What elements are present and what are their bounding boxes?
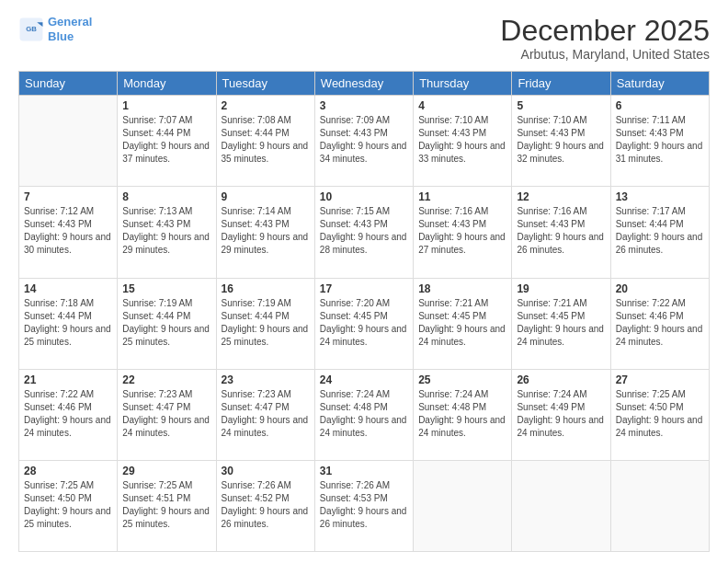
day-detail: Sunrise: 7:26 AM Sunset: 4:52 PM Dayligh… xyxy=(222,479,310,531)
logo-line2: Blue xyxy=(48,29,74,43)
day-detail: Sunrise: 7:24 AM Sunset: 4:48 PM Dayligh… xyxy=(418,388,506,440)
day-detail: Sunrise: 7:22 AM Sunset: 4:46 PM Dayligh… xyxy=(616,297,704,349)
col-friday: Friday xyxy=(512,72,610,96)
day-detail: Sunrise: 7:11 AM Sunset: 4:43 PM Dayligh… xyxy=(616,114,704,166)
day-number: 17 xyxy=(320,282,408,295)
day-detail: Sunrise: 7:07 AM Sunset: 4:44 PM Dayligh… xyxy=(122,114,210,166)
day-number: 16 xyxy=(222,282,310,295)
calendar-cell: 23Sunrise: 7:23 AM Sunset: 4:47 PM Dayli… xyxy=(216,369,314,460)
calendar-cell: 7Sunrise: 7:12 AM Sunset: 4:43 PM Daylig… xyxy=(19,187,118,278)
logo-text: General Blue xyxy=(48,15,92,43)
calendar-cell xyxy=(19,96,118,187)
day-number: 2 xyxy=(222,99,310,112)
day-number: 3 xyxy=(320,99,408,112)
day-number: 6 xyxy=(616,99,704,112)
calendar-cell: 17Sunrise: 7:20 AM Sunset: 4:45 PM Dayli… xyxy=(314,278,413,369)
week-row-2: 14Sunrise: 7:18 AM Sunset: 4:44 PM Dayli… xyxy=(19,278,710,369)
day-detail: Sunrise: 7:13 AM Sunset: 4:43 PM Dayligh… xyxy=(122,205,210,257)
day-detail: Sunrise: 7:12 AM Sunset: 4:43 PM Dayligh… xyxy=(24,205,112,257)
week-row-4: 28Sunrise: 7:25 AM Sunset: 4:50 PM Dayli… xyxy=(19,460,710,551)
day-detail: Sunrise: 7:25 AM Sunset: 4:50 PM Dayligh… xyxy=(616,388,704,440)
day-number: 29 xyxy=(122,465,210,477)
calendar-cell: 9Sunrise: 7:14 AM Sunset: 4:43 PM Daylig… xyxy=(216,187,314,278)
week-row-3: 21Sunrise: 7:22 AM Sunset: 4:46 PM Dayli… xyxy=(19,369,710,460)
calendar-cell: 1Sunrise: 7:07 AM Sunset: 4:44 PM Daylig… xyxy=(118,96,216,187)
calendar-cell: 29Sunrise: 7:25 AM Sunset: 4:51 PM Dayli… xyxy=(118,460,216,551)
day-detail: Sunrise: 7:25 AM Sunset: 4:50 PM Dayligh… xyxy=(24,479,112,531)
logo-icon: GB xyxy=(18,17,44,42)
day-number: 22 xyxy=(122,373,210,386)
day-number: 10 xyxy=(320,190,408,203)
day-detail: Sunrise: 7:08 AM Sunset: 4:44 PM Dayligh… xyxy=(222,114,310,166)
day-detail: Sunrise: 7:21 AM Sunset: 4:45 PM Dayligh… xyxy=(418,297,506,349)
page: GB General Blue December 2025 Arbutus, M… xyxy=(0,0,728,563)
day-number: 15 xyxy=(122,282,210,295)
logo-line1: General xyxy=(48,15,92,29)
day-number: 9 xyxy=(222,190,310,203)
calendar-cell: 8Sunrise: 7:13 AM Sunset: 4:43 PM Daylig… xyxy=(118,187,216,278)
calendar-cell: 10Sunrise: 7:15 AM Sunset: 4:43 PM Dayli… xyxy=(314,187,413,278)
calendar-header-row: Sunday Monday Tuesday Wednesday Thursday… xyxy=(19,72,710,96)
day-number: 11 xyxy=(418,190,506,203)
calendar-cell: 4Sunrise: 7:10 AM Sunset: 4:43 PM Daylig… xyxy=(414,96,512,187)
day-number: 19 xyxy=(517,282,605,295)
day-detail: Sunrise: 7:09 AM Sunset: 4:43 PM Dayligh… xyxy=(320,114,408,166)
day-detail: Sunrise: 7:19 AM Sunset: 4:44 PM Dayligh… xyxy=(222,297,310,349)
day-number: 8 xyxy=(122,190,210,203)
calendar-cell xyxy=(610,460,709,551)
logo: GB General Blue xyxy=(18,15,92,43)
subtitle: Arbutus, Maryland, United States xyxy=(500,47,710,62)
day-detail: Sunrise: 7:21 AM Sunset: 4:45 PM Dayligh… xyxy=(517,297,605,349)
day-number: 5 xyxy=(517,99,605,112)
day-detail: Sunrise: 7:20 AM Sunset: 4:45 PM Dayligh… xyxy=(320,297,408,349)
calendar-cell: 5Sunrise: 7:10 AM Sunset: 4:43 PM Daylig… xyxy=(512,96,610,187)
col-thursday: Thursday xyxy=(414,72,512,96)
day-number: 21 xyxy=(24,373,112,386)
col-wednesday: Wednesday xyxy=(314,72,413,96)
calendar-cell: 28Sunrise: 7:25 AM Sunset: 4:50 PM Dayli… xyxy=(19,460,118,551)
day-number: 23 xyxy=(222,373,310,386)
calendar-cell xyxy=(414,460,512,551)
calendar-cell: 20Sunrise: 7:22 AM Sunset: 4:46 PM Dayli… xyxy=(610,278,709,369)
day-detail: Sunrise: 7:16 AM Sunset: 4:43 PM Dayligh… xyxy=(418,205,506,257)
header: GB General Blue December 2025 Arbutus, M… xyxy=(18,15,710,62)
week-row-1: 7Sunrise: 7:12 AM Sunset: 4:43 PM Daylig… xyxy=(19,187,710,278)
calendar-cell: 6Sunrise: 7:11 AM Sunset: 4:43 PM Daylig… xyxy=(610,96,709,187)
day-number: 4 xyxy=(418,99,506,112)
day-number: 18 xyxy=(418,282,506,295)
calendar-cell: 16Sunrise: 7:19 AM Sunset: 4:44 PM Dayli… xyxy=(216,278,314,369)
col-tuesday: Tuesday xyxy=(216,72,314,96)
day-detail: Sunrise: 7:24 AM Sunset: 4:49 PM Dayligh… xyxy=(517,388,605,440)
calendar-cell: 2Sunrise: 7:08 AM Sunset: 4:44 PM Daylig… xyxy=(216,96,314,187)
day-number: 31 xyxy=(320,465,408,477)
col-monday: Monday xyxy=(118,72,216,96)
col-sunday: Sunday xyxy=(19,72,118,96)
day-number: 13 xyxy=(616,190,704,203)
day-number: 30 xyxy=(222,465,310,477)
calendar-table: Sunday Monday Tuesday Wednesday Thursday… xyxy=(18,71,710,552)
day-detail: Sunrise: 7:14 AM Sunset: 4:43 PM Dayligh… xyxy=(222,205,310,257)
title-block: December 2025 Arbutus, Maryland, United … xyxy=(500,15,710,62)
week-row-0: 1Sunrise: 7:07 AM Sunset: 4:44 PM Daylig… xyxy=(19,96,710,187)
day-number: 28 xyxy=(24,465,112,477)
day-detail: Sunrise: 7:16 AM Sunset: 4:43 PM Dayligh… xyxy=(517,205,605,257)
day-number: 20 xyxy=(616,282,704,295)
calendar-cell: 27Sunrise: 7:25 AM Sunset: 4:50 PM Dayli… xyxy=(610,369,709,460)
day-number: 1 xyxy=(122,99,210,112)
day-detail: Sunrise: 7:26 AM Sunset: 4:53 PM Dayligh… xyxy=(320,479,408,531)
col-saturday: Saturday xyxy=(610,72,709,96)
day-number: 27 xyxy=(616,373,704,386)
calendar-cell: 18Sunrise: 7:21 AM Sunset: 4:45 PM Dayli… xyxy=(414,278,512,369)
day-detail: Sunrise: 7:18 AM Sunset: 4:44 PM Dayligh… xyxy=(24,297,112,349)
day-detail: Sunrise: 7:19 AM Sunset: 4:44 PM Dayligh… xyxy=(122,297,210,349)
calendar-cell: 14Sunrise: 7:18 AM Sunset: 4:44 PM Dayli… xyxy=(19,278,118,369)
calendar-cell: 22Sunrise: 7:23 AM Sunset: 4:47 PM Dayli… xyxy=(118,369,216,460)
day-detail: Sunrise: 7:23 AM Sunset: 4:47 PM Dayligh… xyxy=(122,388,210,440)
calendar-cell: 21Sunrise: 7:22 AM Sunset: 4:46 PM Dayli… xyxy=(19,369,118,460)
day-number: 14 xyxy=(24,282,112,295)
calendar-cell: 24Sunrise: 7:24 AM Sunset: 4:48 PM Dayli… xyxy=(314,369,413,460)
calendar-cell: 19Sunrise: 7:21 AM Sunset: 4:45 PM Dayli… xyxy=(512,278,610,369)
calendar-cell: 12Sunrise: 7:16 AM Sunset: 4:43 PM Dayli… xyxy=(512,187,610,278)
calendar-cell xyxy=(512,460,610,551)
calendar-cell: 30Sunrise: 7:26 AM Sunset: 4:52 PM Dayli… xyxy=(216,460,314,551)
